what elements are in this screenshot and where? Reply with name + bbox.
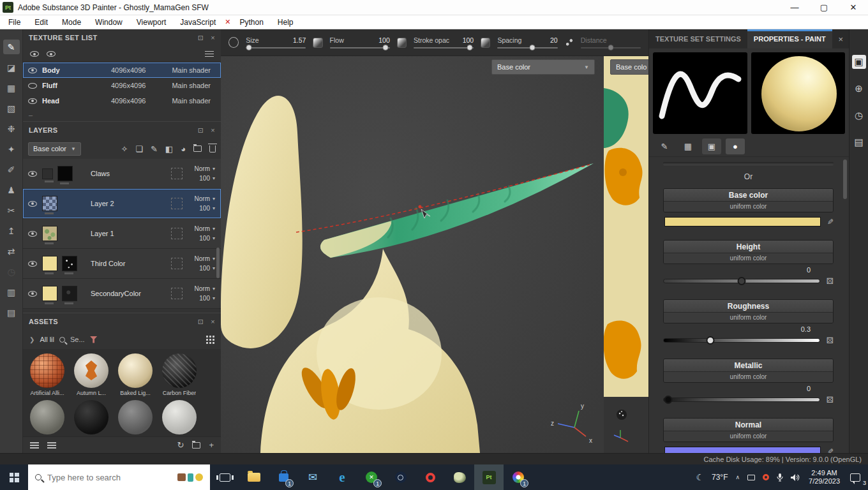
layer-mask-thumbnail[interactable] [62, 256, 77, 271]
layer-opacity[interactable]: 100 [199, 175, 210, 182]
material-sphere-thumbnail[interactable] [30, 400, 64, 434]
tray-opera-icon[interactable] [759, 464, 773, 490]
scrollbar-thumb[interactable] [843, 160, 847, 199]
filter-funnel-icon[interactable] [90, 336, 98, 343]
asset-item[interactable] [114, 400, 156, 434]
scatter-icon[interactable] [565, 38, 574, 47]
layer-thumbnail[interactable] [42, 286, 57, 301]
layer-thumbnail[interactable] [42, 226, 57, 241]
dock-icon[interactable]: ⊡ [198, 318, 204, 326]
add-paint-layer-icon[interactable]: ✎ [151, 144, 158, 154]
material-sphere-thumbnail[interactable] [74, 400, 108, 434]
viewport-2d-view[interactable]: Base colo [604, 56, 648, 453]
slider-handle[interactable] [383, 45, 389, 50]
eye-icon[interactable] [28, 83, 37, 89]
panel-resize-handle[interactable]: – [23, 108, 221, 121]
slider-handle[interactable] [737, 277, 745, 285]
layer-row[interactable]: Layer 1 Norm▾ 100▾ [23, 219, 221, 249]
layer-opacity[interactable]: 100 [199, 235, 210, 242]
mask-slot-icon[interactable] [171, 228, 183, 239]
delete-layer-icon[interactable] [209, 145, 216, 152]
layer-mask-thumbnail[interactable] [62, 286, 77, 301]
texture-set-row[interactable]: Fluff 4096x4096 Main shader [23, 78, 221, 93]
metallic-slider[interactable] [663, 397, 820, 402]
layer-thumbnail[interactable] [42, 196, 57, 211]
viewport-3d-render[interactable]: z y x [221, 56, 604, 453]
spacing-value[interactable]: 20 [550, 36, 558, 44]
close-button[interactable]: ✕ [839, 0, 868, 15]
layers-stack-icon[interactable]: ▤ [3, 305, 20, 320]
size-slider[interactable] [246, 47, 306, 48]
material-picker-tool-icon[interactable]: ✐ [3, 162, 20, 177]
layer-row[interactable]: Claws Norm▾ 100▾ [23, 159, 221, 189]
metallic-value[interactable]: 0 [663, 385, 834, 392]
open-folder-icon[interactable] [192, 442, 200, 449]
eye-icon[interactable] [28, 98, 37, 104]
menu-edit[interactable]: Edit [27, 18, 55, 27]
layer-row[interactable]: Layer 2 Norm▾ 100▾ [23, 189, 221, 219]
menu-file[interactable]: File [1, 18, 27, 27]
close-panel-icon[interactable]: × [832, 34, 849, 44]
add-effect-icon[interactable]: ✧ [121, 144, 128, 154]
panel-menu-icon[interactable] [205, 51, 214, 57]
stroke-opacity-slider[interactable] [414, 47, 474, 48]
blend-mode[interactable]: Norm [195, 195, 210, 202]
layer-row[interactable]: Third Color Norm▾ 100▾ [23, 249, 221, 279]
edge-button[interactable]: e [327, 464, 357, 490]
spacing-slider[interactable] [497, 47, 557, 48]
material-preview[interactable] [751, 52, 846, 134]
slider-handle[interactable] [530, 45, 535, 50]
scrollbar-thumb[interactable] [216, 248, 220, 278]
polygon-fill-tool-icon[interactable]: ▧ [3, 101, 20, 115]
mask-slot-icon[interactable] [171, 258, 183, 269]
menu-javascript[interactable]: JavaScript [173, 18, 223, 27]
taskbar-search[interactable] [28, 464, 210, 490]
xbox-button[interactable]: ✕1 [357, 464, 386, 490]
viewport-2d-channel-dropdown[interactable]: Base colo [610, 59, 648, 75]
roughness-section[interactable]: Roughness uniform color [663, 299, 834, 323]
start-button[interactable] [0, 464, 28, 490]
brush-subtab-icon[interactable]: ✎ [655, 138, 674, 154]
flow-value[interactable]: 100 [378, 36, 390, 44]
mask-slot-icon[interactable] [171, 198, 183, 209]
asset-item[interactable] [158, 400, 200, 434]
volume-icon[interactable] [787, 464, 804, 490]
base-color-swatch[interactable] [664, 217, 821, 226]
mask-slot-icon[interactable] [171, 168, 183, 179]
eye-icon[interactable] [28, 261, 37, 267]
mask-slot-icon[interactable] [171, 288, 183, 299]
paint-app-button[interactable]: 1 [504, 464, 533, 490]
paint-tool-icon[interactable]: ✎ [3, 40, 20, 54]
assets-scope-label[interactable]: All lil [40, 336, 54, 343]
material-sphere-thumbnail[interactable] [118, 400, 153, 434]
add-folder-icon[interactable] [193, 145, 202, 152]
flow-slider[interactable] [330, 47, 390, 48]
visibility-eye-icon[interactable] [30, 51, 39, 57]
normal-color-swatch[interactable] [664, 447, 821, 453]
asset-item[interactable]: Artificial Alli... [26, 353, 68, 396]
display-settings-icon[interactable]: ▣ [852, 55, 866, 69]
add-layer-icon[interactable]: ❏ [135, 144, 143, 154]
layer-mask-thumbnail[interactable] [42, 168, 53, 179]
material-subtab-icon[interactable]: ● [726, 138, 745, 154]
mail-button[interactable]: ✉ [298, 464, 327, 490]
eye-icon[interactable] [28, 171, 37, 177]
geometry-mask-tool-icon[interactable]: ♟ [3, 182, 20, 197]
microphone-icon[interactable] [773, 464, 787, 490]
solo-eye-icon[interactable] [47, 51, 56, 57]
slider-handle[interactable] [707, 336, 715, 345]
layer-thumbnail[interactable] [57, 166, 73, 181]
texture-set-row[interactable]: Body 4096x4096 Main shader [23, 63, 221, 78]
assets-search-input[interactable]: Se... [70, 336, 85, 343]
tab-properties-paint[interactable]: PROPERTIES - PAINT [747, 29, 832, 48]
game-character-button[interactable] [445, 464, 474, 490]
stencil-subtab-icon[interactable]: ▣ [702, 138, 721, 154]
shelf-icon[interactable]: ▥ [3, 285, 20, 299]
clone-tool-icon[interactable]: ✦ [3, 142, 20, 156]
log-icon[interactable]: ▤ [852, 135, 866, 149]
search-input[interactable] [47, 473, 172, 482]
menu-python[interactable]: Python [232, 18, 270, 27]
projection-tool-icon[interactable]: ▦ [3, 80, 20, 95]
menu-window[interactable]: Window [88, 18, 130, 27]
asset-item[interactable] [26, 400, 68, 434]
